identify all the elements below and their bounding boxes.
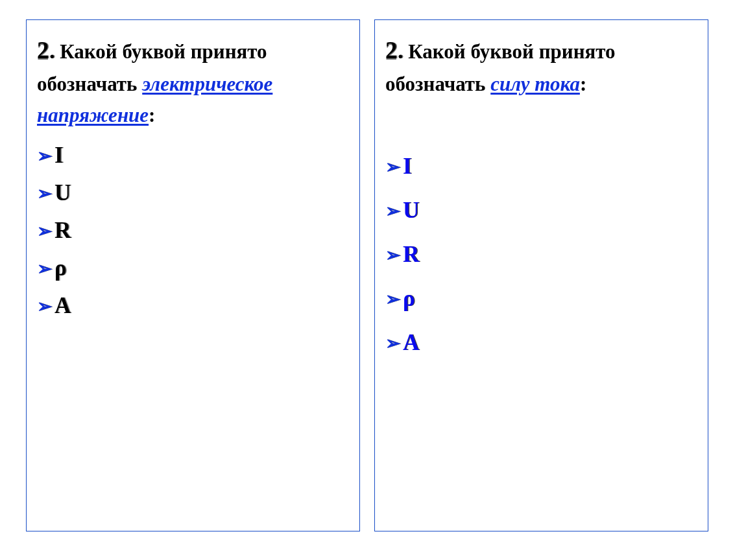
chevron-right-icon: ➢ [385, 290, 400, 309]
option-item: ➢ A [385, 331, 697, 354]
question-term: силу тока [490, 73, 580, 95]
question-text-right: 2. Какой буквой принято обозначать силу … [385, 32, 697, 100]
option-letter: I [403, 155, 412, 178]
chevron-right-icon: ➢ [385, 158, 400, 176]
chevron-right-icon: ➢ [37, 222, 52, 240]
option-letter: A [403, 331, 419, 354]
chevron-right-icon: ➢ [385, 334, 400, 353]
option-letter: ρ [54, 257, 67, 279]
option-item: ➢ R [37, 219, 349, 242]
question-colon: : [580, 73, 586, 95]
slide-container: 2. Какой буквой принято обозначать элект… [0, 0, 746, 544]
options-list-right: ➢ I ➢ U ➢ R ➢ ρ ➢ A [385, 155, 697, 354]
chevron-right-icon: ➢ [37, 185, 52, 203]
option-letter: U [403, 199, 419, 222]
option-letter: R [54, 219, 71, 242]
question-number: 2 [385, 37, 398, 64]
chevron-right-icon: ➢ [37, 298, 52, 316]
option-item: ➢ I [37, 144, 349, 167]
question-colon: : [149, 104, 155, 126]
option-letter: R [403, 243, 419, 266]
option-item: ➢ R [385, 243, 697, 266]
chevron-right-icon: ➢ [385, 202, 400, 220]
question-number-dot: . [49, 39, 55, 63]
option-letter: ρ [403, 287, 415, 310]
question-box-left: 2. Какой буквой принято обозначать элект… [26, 19, 360, 531]
chevron-right-icon: ➢ [37, 260, 52, 278]
option-item: ➢ ρ [37, 257, 349, 279]
question-text-left: 2. Какой буквой принято обозначать элект… [37, 32, 349, 131]
option-item: ➢ I [385, 155, 697, 178]
options-list-left: ➢ I ➢ U ➢ R ➢ ρ ➢ A [37, 144, 349, 317]
question-number: 2 [37, 37, 49, 64]
option-item: ➢ A [37, 294, 349, 317]
question-number-dot: . [398, 39, 403, 63]
option-item: ➢ U [385, 199, 697, 222]
option-letter: I [54, 144, 64, 167]
option-letter: A [54, 294, 71, 317]
question-box-right: 2. Какой буквой принято обозначать силу … [374, 19, 708, 531]
chevron-right-icon: ➢ [37, 147, 52, 165]
option-item: ➢ ρ [385, 287, 697, 310]
chevron-right-icon: ➢ [385, 246, 400, 264]
option-letter: U [54, 181, 71, 204]
option-item: ➢ U [37, 181, 349, 204]
